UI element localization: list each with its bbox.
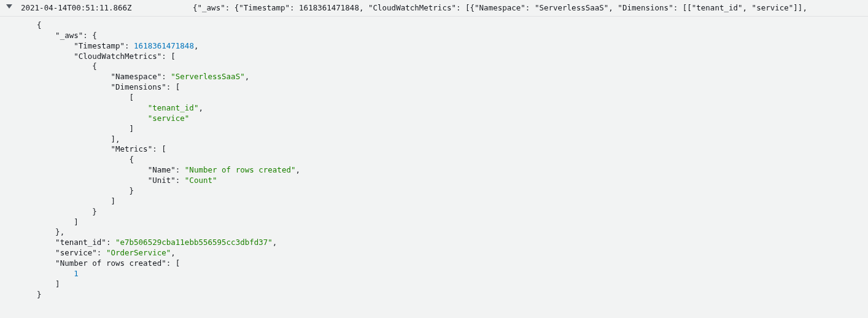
json-line: ], <box>37 134 868 145</box>
json-punct: { <box>37 20 42 29</box>
svg-marker-0 <box>6 4 12 9</box>
json-line: "Number of rows created": [ <box>37 258 868 269</box>
json-key: "Name" <box>148 165 176 174</box>
json-line: "_aws": { <box>37 31 868 41</box>
log-timestamp: 2021-04-14T00:51:11.866Z <box>21 2 193 14</box>
json-punct: : <box>176 176 185 185</box>
json-line: }, <box>37 227 868 238</box>
json-punct: : [ <box>161 52 176 61</box>
json-punct: : <box>161 72 171 81</box>
json-line: "Name": "Number of rows created", <box>37 165 868 176</box>
json-key: "Number of rows created" <box>55 258 166 268</box>
json-line: "Namespace": "ServerlessSaaS", <box>37 72 868 82</box>
json-line: 1 <box>37 269 868 279</box>
json-string-value: "tenant_id" <box>148 103 199 112</box>
json-line: } <box>37 290 868 300</box>
json-key: "Namespace" <box>110 72 161 81</box>
json-line: [ <box>37 93 868 103</box>
json-string-value: "Number of rows created" <box>185 165 296 174</box>
json-punct: : <box>125 41 134 50</box>
json-punct: { <box>92 61 97 71</box>
caret-down-icon <box>6 3 12 9</box>
json-punct: : [ <box>166 258 180 268</box>
json-punct: , <box>245 72 250 81</box>
json-punct: , <box>295 165 300 174</box>
json-line: } <box>37 207 868 217</box>
json-punct: ] <box>110 196 115 206</box>
json-line: "service": "OrderService", <box>37 248 868 258</box>
json-punct: ] <box>74 217 79 227</box>
json-punct: , <box>171 248 176 257</box>
json-line: } <box>37 186 868 196</box>
json-string-value: "OrderService" <box>106 248 171 257</box>
json-punct: } <box>130 186 134 195</box>
json-punct: : <box>176 165 185 174</box>
json-line: "tenant_id": "e7b506529cba11ebb556595cc3… <box>37 238 868 248</box>
json-key: "Metrics" <box>110 144 152 153</box>
json-punct: { <box>130 155 134 164</box>
json-punct: ] <box>130 124 134 133</box>
json-line: ] <box>37 279 868 290</box>
json-string-value: "service" <box>148 114 190 123</box>
json-line: ] <box>37 196 868 207</box>
json-punct: }, <box>55 227 64 236</box>
json-line: "Timestamp": 1618361471848, <box>37 41 868 52</box>
json-key: "tenant_id" <box>55 238 106 247</box>
json-string-value: "Count" <box>185 176 217 185</box>
json-line: "tenant_id", <box>37 103 868 114</box>
json-key: "Unit" <box>148 176 176 185</box>
json-line: "Dimensions": [ <box>37 82 868 93</box>
json-line: ] <box>37 124 868 134</box>
json-punct: , <box>198 103 203 112</box>
json-punct: , <box>194 41 199 50</box>
json-key: "service" <box>55 248 97 257</box>
json-punct: [ <box>130 93 134 102</box>
json-line: "CloudWatchMetrics": [ <box>37 52 868 62</box>
json-number-value: 1 <box>74 269 79 278</box>
json-punct: ], <box>110 134 120 144</box>
json-punct: } <box>37 290 42 299</box>
json-key: "Dimensions" <box>110 82 166 91</box>
json-key: "_aws" <box>55 31 83 40</box>
json-line: { <box>37 61 868 72</box>
log-raw-message: {"_aws": {"Timestamp": 1618361471848, "C… <box>193 2 868 14</box>
json-punct: : { <box>83 31 97 40</box>
json-line: "service" <box>37 114 868 124</box>
expand-toggle[interactable] <box>4 2 21 9</box>
json-line: { <box>37 20 868 31</box>
json-key: "CloudWatchMetrics" <box>74 52 161 61</box>
json-line: "Unit": "Count" <box>37 176 868 186</box>
json-punct: ] <box>55 279 60 289</box>
json-punct: , <box>273 238 277 247</box>
log-expanded-json: { "_aws": { "Timestamp": 1618361471848, … <box>0 17 868 306</box>
json-punct: : <box>106 238 115 247</box>
json-number-value: 1618361471848 <box>134 41 194 50</box>
json-punct: : [ <box>166 82 180 91</box>
json-punct: } <box>92 207 97 216</box>
json-line: ] <box>37 217 868 228</box>
json-line: "Metrics": [ <box>37 144 868 155</box>
json-key: "Timestamp" <box>74 41 125 50</box>
json-string-value: "ServerlessSaaS" <box>171 72 244 81</box>
log-event-row: 2021-04-14T00:51:11.866Z {"_aws": {"Time… <box>0 0 868 17</box>
json-punct: : <box>97 248 106 257</box>
json-string-value: "e7b506529cba11ebb556595cc3dbfd37" <box>115 238 273 247</box>
json-punct: : [ <box>152 144 166 153</box>
json-line: { <box>37 155 868 165</box>
